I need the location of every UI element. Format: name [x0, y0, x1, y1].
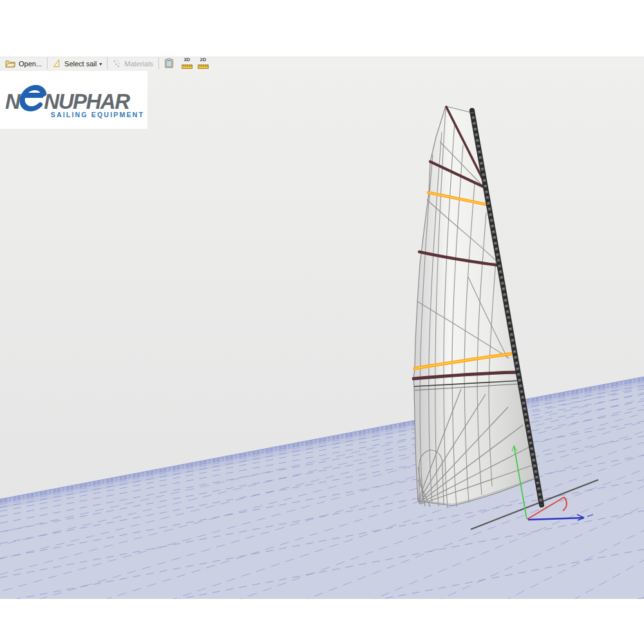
dropdown-caret-icon: ▾	[99, 61, 102, 67]
clipboard-report-icon	[164, 58, 174, 70]
materials-button[interactable]: Materials	[108, 57, 158, 70]
main-toolbar: Open... Select sail ▾	[0, 57, 644, 71]
report-button[interactable]	[159, 57, 179, 70]
select-sail-button[interactable]: Select sail ▾	[48, 57, 107, 70]
logo-tagline: SAILING EQUIPMENT	[51, 111, 144, 118]
scene-svg	[0, 70, 644, 599]
sail-3d-canvas[interactable]	[0, 70, 644, 599]
view-2d-button-label: 2D	[200, 57, 207, 62]
open-button-label: Open...	[19, 60, 42, 68]
logo-word-end: NUPHAR	[44, 90, 129, 113]
logo-e-swoosh-icon	[17, 85, 47, 116]
materials-dots-icon	[113, 59, 121, 69]
open-button[interactable]: Open...	[0, 57, 47, 70]
folder-icon	[5, 59, 15, 69]
select-sail-button-label: Select sail	[64, 60, 97, 68]
nenuphar-logo: N NUPHAR SAILING EQUIPMENT	[0, 71, 147, 129]
view-2d-button[interactable]: 2D	[195, 57, 211, 70]
materials-button-label: Materials	[124, 60, 153, 68]
view-3d-button[interactable]: 3D	[179, 57, 195, 70]
sail-icon	[53, 59, 61, 69]
view-3d-button-label: 3D	[184, 57, 191, 62]
